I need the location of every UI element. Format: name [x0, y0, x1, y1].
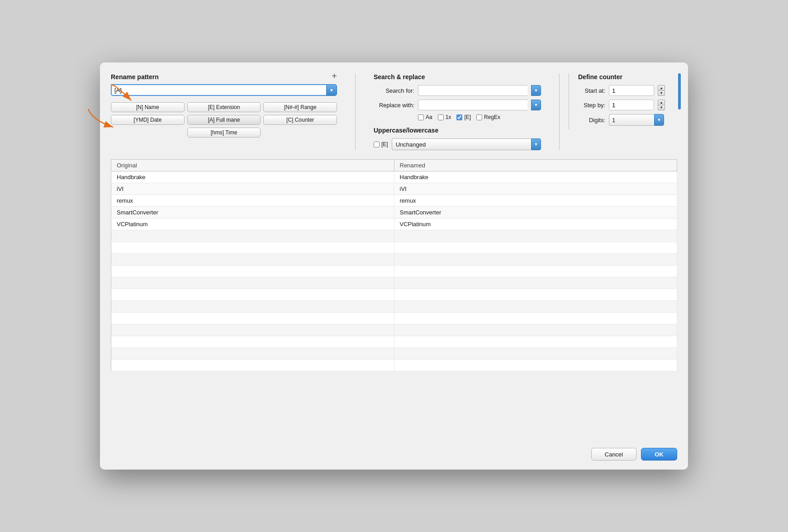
digits-dropdown-wrapper: 1 ▼: [609, 114, 664, 126]
step-by-label: Step by:: [578, 102, 605, 109]
scroll-indicator: [678, 73, 681, 109]
search-for-label: Search for:: [374, 87, 414, 94]
uppercase-e-checkbox[interactable]: [374, 142, 380, 147]
btn-a-fullname[interactable]: [A] Full mane: [187, 115, 261, 125]
uppercase-title: Uppercase/lowercase: [374, 127, 541, 134]
replace-dropdown-button[interactable]: ▼: [531, 100, 541, 110]
btn-e-extension[interactable]: [E] Extension: [187, 102, 261, 112]
digits-dropdown-button[interactable]: ▼: [654, 114, 664, 126]
original-cell: SmartConverter: [111, 207, 394, 218]
original-cell: iVI: [111, 183, 394, 195]
btn-n-name[interactable]: [N] Name: [111, 102, 185, 112]
empty-table-row: [111, 313, 677, 324]
step-by-stepper: ▴ ▾: [658, 100, 665, 110]
empty-table-row: [111, 360, 677, 371]
btn-n-range[interactable]: [N#-#] Range: [263, 102, 337, 112]
renamed-cell: SmartConverter: [394, 207, 677, 218]
btn-c-counter[interactable]: [C] Counter: [263, 115, 337, 125]
start-at-input[interactable]: [609, 85, 654, 96]
add-pattern-button[interactable]: +: [332, 71, 337, 81]
table-row[interactable]: VCPlatinumVCPlatinum: [111, 218, 677, 230]
option-1x[interactable]: 1x: [438, 114, 451, 120]
empty-table-row: [111, 324, 677, 336]
start-at-increment[interactable]: ▴: [658, 85, 665, 90]
search-replace-title: Search & replace: [374, 73, 541, 81]
start-at-stepper: ▴ ▾: [658, 85, 665, 96]
aa-checkbox[interactable]: [418, 114, 424, 120]
pattern-input[interactable]: [A]: [111, 84, 326, 96]
cancel-button[interactable]: Cancel: [591, 448, 636, 461]
original-cell: Handbrake: [111, 171, 394, 183]
replace-with-label: Replace with:: [374, 102, 414, 109]
empty-table-row: [111, 242, 677, 254]
table-row[interactable]: SmartConverterSmartConverter: [111, 207, 677, 218]
step-by-input[interactable]: [609, 100, 654, 110]
define-counter-section: Define counter Start at: ▴ ▾ Step by: ▴ …: [569, 73, 677, 129]
onex-checkbox[interactable]: [438, 114, 444, 120]
empty-table-row: [111, 254, 677, 266]
col-original-header: Original: [111, 160, 394, 171]
file-table: Original Renamed HandbrakeHandbrakeiVIiV…: [111, 159, 677, 371]
empty-table-row: [111, 301, 677, 313]
step-by-decrement[interactable]: ▾: [658, 105, 665, 110]
vertical-divider-2: [559, 73, 560, 150]
rename-dialog: Rename pattern + [A] ▼: [100, 62, 688, 470]
btn-ymd-date[interactable]: [YMD] Date: [111, 115, 185, 125]
rename-pattern-title: Rename pattern: [111, 73, 159, 81]
table-row[interactable]: HandbrakeHandbrake: [111, 171, 677, 183]
uppercase-e-option[interactable]: [E]: [374, 141, 388, 147]
option-aa[interactable]: Aa: [418, 114, 432, 120]
table-row[interactable]: iVIiVI: [111, 183, 677, 195]
option-e[interactable]: [E]: [456, 114, 471, 120]
empty-table-row: [111, 277, 677, 289]
empty-table-row: [111, 266, 677, 277]
pattern-dropdown-button[interactable]: ▼: [326, 84, 337, 96]
renamed-cell: VCPlatinum: [394, 218, 677, 230]
option-regex[interactable]: RegEx: [476, 114, 500, 120]
rename-pattern-section: Rename pattern + [A] ▼: [111, 73, 346, 138]
vertical-divider-1: [355, 73, 356, 150]
empty-table-row: [111, 289, 677, 301]
empty-table-row: [111, 336, 677, 348]
renamed-cell: Handbrake: [394, 171, 677, 183]
define-counter-title: Define counter: [578, 73, 677, 81]
start-at-decrement[interactable]: ▾: [658, 90, 665, 96]
original-cell: VCPlatinum: [111, 218, 394, 230]
empty-table-row: [111, 230, 677, 242]
table-row[interactable]: remuxremux: [111, 195, 677, 207]
dialog-footer: Cancel OK: [111, 448, 677, 461]
search-for-input[interactable]: [418, 85, 527, 96]
uppercase-dropdown-button[interactable]: ▼: [531, 138, 541, 150]
search-dropdown-button[interactable]: ▼: [531, 85, 541, 96]
replace-with-input[interactable]: [418, 100, 527, 110]
search-replace-section: Search & replace Search for: ▼ Replace w…: [365, 73, 550, 150]
regex-checkbox[interactable]: [476, 114, 482, 120]
start-at-label: Start at:: [578, 87, 605, 94]
btn-hms-time[interactable]: [hms] Time: [187, 128, 261, 138]
col-renamed-header: Renamed: [394, 160, 677, 171]
step-by-increment[interactable]: ▴: [658, 100, 665, 105]
file-table-section: Original Renamed HandbrakeHandbrakeiVIiV…: [111, 159, 677, 441]
empty-table-row: [111, 348, 677, 360]
e-checkbox[interactable]: [456, 114, 462, 120]
uppercase-value-display: Unchanged: [392, 138, 531, 150]
renamed-cell: iVI: [394, 183, 677, 195]
ok-button[interactable]: OK: [641, 448, 677, 461]
digits-value-display: 1: [609, 114, 654, 126]
renamed-cell: remux: [394, 195, 677, 207]
digits-label: Digits:: [578, 117, 605, 124]
original-cell: remux: [111, 195, 394, 207]
